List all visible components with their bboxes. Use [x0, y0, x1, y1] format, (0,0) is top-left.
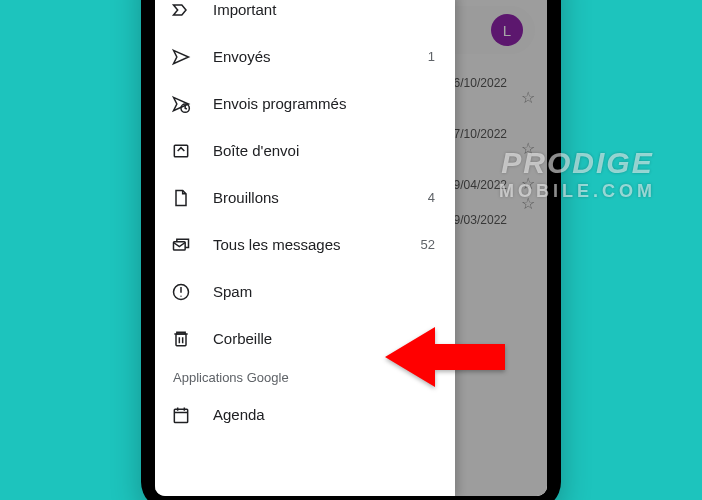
- drawer-item-drafts[interactable]: Brouillons 4: [155, 174, 455, 221]
- drawer-item-agenda[interactable]: Agenda: [155, 391, 455, 438]
- scheduled-icon: [169, 94, 193, 114]
- spam-icon: [169, 282, 193, 302]
- drawer-item-outbox[interactable]: Boîte d'envoi: [155, 127, 455, 174]
- calendar-icon: [169, 405, 193, 425]
- drawer-item-scheduled[interactable]: Envois programmés: [155, 80, 455, 127]
- drawer-item-label: Spam: [213, 283, 435, 300]
- drawer-item-label: Agenda: [213, 406, 435, 423]
- drawer-item-label: Tous les messages: [213, 236, 421, 253]
- drawer-item-count: 4: [428, 190, 441, 205]
- screen: 17:44 4G+ 85 % L: [155, 0, 547, 496]
- svg-rect-11: [174, 409, 187, 422]
- drawer-item-label: Envoyés: [213, 48, 428, 65]
- drawer-item-count: 1: [428, 49, 441, 64]
- svg-point-9: [180, 295, 181, 296]
- outbox-icon: [169, 141, 193, 161]
- drawer-item-label: Brouillons: [213, 189, 428, 206]
- drawer-item-spam[interactable]: Spam: [155, 268, 455, 315]
- drawer-item-label: Corbeille: [213, 330, 435, 347]
- send-icon: [169, 47, 193, 67]
- phone-frame: 17:44 4G+ 85 % L: [141, 0, 561, 500]
- drawer-item-label: Boîte d'envoi: [213, 142, 435, 159]
- drawer-item-allmail[interactable]: Tous les messages 52: [155, 221, 455, 268]
- drawer-item-trash[interactable]: Corbeille: [155, 315, 455, 362]
- drawer-item-label: Envois programmés: [213, 95, 435, 112]
- draft-icon: [169, 188, 193, 208]
- important-icon: [169, 0, 193, 20]
- trash-icon: [169, 329, 193, 349]
- allmail-icon: [169, 235, 193, 255]
- drawer-item-count: 52: [421, 237, 441, 252]
- svg-rect-10: [176, 334, 186, 346]
- drawer-item-sent[interactable]: Envoyés 1: [155, 33, 455, 80]
- drawer-section-header: Applications Google: [155, 362, 455, 391]
- navigation-drawer: Important Envoyés 1 Envois programmés Bo…: [155, 0, 455, 496]
- drawer-item-important[interactable]: Important: [155, 0, 455, 33]
- drawer-item-label: Important: [213, 1, 435, 18]
